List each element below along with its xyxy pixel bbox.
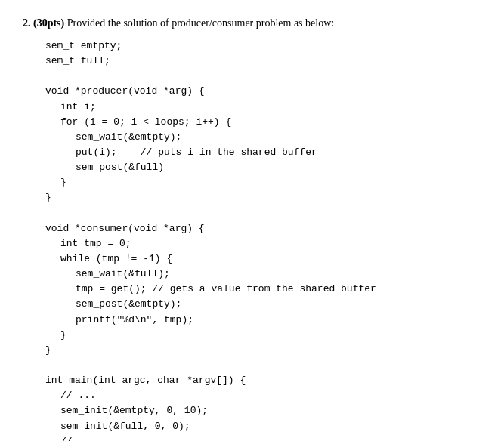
- code-line: while (tmp != -1) {: [45, 251, 481, 267]
- code-line: sem_wait(&emtpty);: [45, 130, 481, 145]
- question-number: 2. (30pts): [23, 17, 64, 29]
- code-line: [45, 358, 481, 373]
- code-line: for (i = 0; i < loops; i++) {: [45, 115, 481, 130]
- code-line: [45, 69, 481, 84]
- code-line: tmp = get(); // gets a value from the sh…: [45, 282, 481, 297]
- code-line: void *consumer(void *arg) {: [45, 221, 481, 236]
- question-points: 30pts: [37, 17, 61, 29]
- code-line: sem_init(&emtpty, 0, 10);: [45, 403, 481, 418]
- code-line: int tmp = 0;: [45, 236, 481, 251]
- code-line: // ...: [45, 388, 481, 403]
- code-line: int i;: [45, 100, 481, 115]
- code-line: sem_t emtpty;: [45, 39, 481, 54]
- question-block: 2. (30pts) Provided the solution of prod…: [23, 15, 481, 441]
- code-line: }: [45, 190, 481, 205]
- code-line: put(i); // puts i in the shared buffer: [45, 145, 481, 160]
- code-line: }: [45, 175, 481, 190]
- code-line: [45, 206, 481, 221]
- code-line: printf("%d\n", tmp);: [45, 313, 481, 328]
- code-line: }: [45, 343, 481, 358]
- code-line: sem_init(&full, 0, 0);: [45, 419, 481, 434]
- code-line: sem_wait(&full);: [45, 267, 481, 282]
- code-line: }: [45, 328, 481, 343]
- question-description: Provided the solution of producer/consum…: [67, 17, 334, 29]
- code-line: int main(int argc, char *argv[]) {: [45, 373, 481, 388]
- code-line: void *producer(void *arg) {: [45, 84, 481, 99]
- code-block: sem_t emtpty; sem_t full; void *producer…: [45, 39, 481, 441]
- code-line: sem_post(&full): [45, 160, 481, 175]
- code-line: sem_t full;: [45, 54, 481, 69]
- code-line: sem_post(&emtpty);: [45, 297, 481, 312]
- question-header: 2. (30pts) Provided the solution of prod…: [23, 15, 481, 31]
- code-line: // ...: [45, 434, 481, 441]
